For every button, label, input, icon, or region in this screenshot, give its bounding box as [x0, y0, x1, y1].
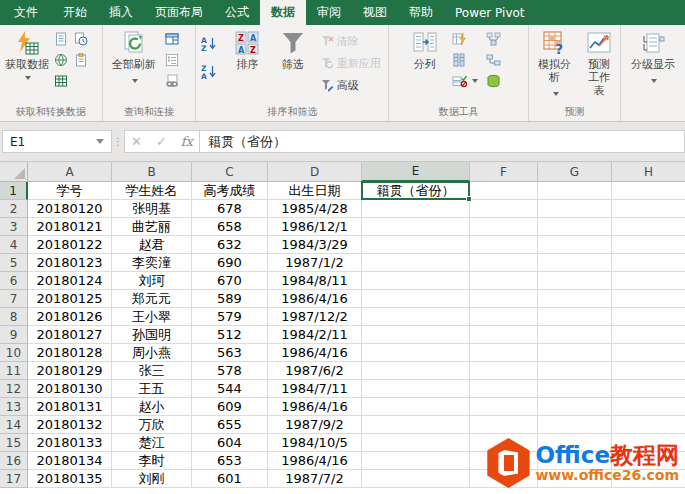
sort-button[interactable]: Z A A Z 排序 — [227, 28, 267, 96]
cell-empty-h[interactable] — [612, 272, 685, 290]
forecast-sheet-button[interactable]: 预测 工作表 — [580, 28, 618, 96]
cell-empty-h[interactable] — [612, 236, 685, 254]
cell-score[interactable]: 512 — [192, 326, 268, 344]
cell-dob[interactable]: 1986/4/16 — [268, 398, 362, 416]
cell-empty-g[interactable] — [538, 344, 612, 362]
cell-dob[interactable]: 1984/8/11 — [268, 272, 362, 290]
cell-empty-h[interactable] — [612, 200, 685, 218]
name-box-dropdown-icon[interactable] — [96, 139, 104, 144]
cell-score[interactable]: 601 — [192, 470, 268, 488]
consolidate-button[interactable] — [484, 30, 514, 48]
cell-empty-e[interactable] — [362, 380, 470, 398]
clear-filter-button[interactable]: 清除 — [318, 32, 387, 50]
cell-empty-e[interactable] — [362, 218, 470, 236]
cell-empty-e[interactable] — [362, 470, 470, 488]
row-header[interactable]: 17 — [0, 470, 28, 488]
cell-score[interactable]: 690 — [192, 254, 268, 272]
cell-student-id[interactable]: 20180121 — [28, 218, 112, 236]
cell-student-name[interactable]: 孙国明 — [112, 326, 192, 344]
from-web-button[interactable] — [52, 51, 72, 69]
tab-power-pivot[interactable]: Power Pivot — [444, 0, 536, 25]
cell-empty-h[interactable] — [612, 416, 685, 434]
cell-dob[interactable]: 1984/2/11 — [268, 326, 362, 344]
existing-connections-button[interactable] — [72, 51, 92, 69]
tab-insert[interactable]: 插入 — [98, 0, 144, 25]
cell-student-name[interactable]: 王小翠 — [112, 308, 192, 326]
cell-empty-g[interactable] — [538, 254, 612, 272]
cell-student-id[interactable]: 20180134 — [28, 452, 112, 470]
cell-student-name[interactable]: 王五 — [112, 380, 192, 398]
cell-score[interactable]: 670 — [192, 272, 268, 290]
column-header-c[interactable]: C — [192, 162, 268, 182]
cell-dob[interactable]: 1984/3/29 — [268, 236, 362, 254]
cell-empty-e[interactable] — [362, 344, 470, 362]
cell-student-id[interactable]: 20180129 — [28, 362, 112, 380]
column-header-h[interactable]: H — [612, 162, 685, 182]
insert-function-icon[interactable]: fx — [181, 134, 193, 149]
tab-view[interactable]: 视图 — [352, 0, 398, 25]
row-header[interactable]: 12 — [0, 380, 28, 398]
row-header[interactable]: 4 — [0, 236, 28, 254]
cell-student-id[interactable]: 20180135 — [28, 470, 112, 488]
column-header-d[interactable]: D — [268, 162, 362, 182]
cell-student-name[interactable]: 刘珂 — [112, 272, 192, 290]
cell-empty-f[interactable] — [470, 254, 538, 272]
what-if-analysis-button[interactable]: ? 模拟分析 — [531, 28, 578, 96]
cell-empty-h[interactable] — [612, 398, 685, 416]
row-header[interactable]: 11 — [0, 362, 28, 380]
cell-student-id[interactable]: 20180124 — [28, 272, 112, 290]
remove-duplicates-button[interactable] — [450, 51, 480, 69]
cell-empty-g[interactable] — [538, 380, 612, 398]
cell-student-id[interactable]: 20180131 — [28, 398, 112, 416]
sort-descending-button[interactable]: Z A — [198, 62, 223, 80]
cell-dob[interactable]: 1984/7/11 — [268, 380, 362, 398]
cell-student-id[interactable]: 20180122 — [28, 236, 112, 254]
get-data-button[interactable]: 获取数据 — [2, 28, 52, 96]
cell-empty-h[interactable] — [612, 452, 685, 470]
cell-student-name[interactable]: 万欣 — [112, 416, 192, 434]
cell-student-name[interactable]: 郑元元 — [112, 290, 192, 308]
cell-dob[interactable]: 1986/12/1 — [268, 218, 362, 236]
column-header-a[interactable]: A — [28, 162, 112, 182]
cell-student-id[interactable]: 20180123 — [28, 254, 112, 272]
row-header[interactable]: 9 — [0, 326, 28, 344]
cell-student-name[interactable]: 李时 — [112, 452, 192, 470]
row-header[interactable]: 13 — [0, 398, 28, 416]
cell-empty-e[interactable] — [362, 416, 470, 434]
cell-student-id[interactable]: 20180128 — [28, 344, 112, 362]
cell-empty-f[interactable] — [470, 272, 538, 290]
cell-dob[interactable]: 1987/6/2 — [268, 362, 362, 380]
cell-d1[interactable]: 出生日期 — [268, 182, 362, 200]
cell-empty-e[interactable] — [362, 452, 470, 470]
cell-score[interactable]: 579 — [192, 308, 268, 326]
row-header[interactable]: 2 — [0, 200, 28, 218]
cell-empty-e[interactable] — [362, 398, 470, 416]
relationships-button[interactable] — [484, 51, 514, 69]
cell-empty-e[interactable] — [362, 326, 470, 344]
cell-empty-g[interactable] — [538, 416, 612, 434]
row-header[interactable]: 14 — [0, 416, 28, 434]
cell-dob[interactable]: 1986/4/16 — [268, 452, 362, 470]
select-all-corner[interactable] — [0, 162, 28, 182]
cell-empty-f[interactable] — [470, 200, 538, 218]
cell-empty-f[interactable] — [470, 362, 538, 380]
cell-dob[interactable]: 1986/4/16 — [268, 290, 362, 308]
cancel-icon[interactable]: ✕ — [131, 134, 142, 149]
cell-empty-f[interactable] — [470, 452, 538, 470]
column-header-b[interactable]: B — [112, 162, 192, 182]
cell-score[interactable]: 589 — [192, 290, 268, 308]
from-table-range-button[interactable] — [52, 72, 72, 90]
row-header[interactable]: 8 — [0, 308, 28, 326]
recent-sources-button[interactable] — [72, 30, 92, 48]
cell-empty-g[interactable] — [538, 308, 612, 326]
cell-empty-g[interactable] — [538, 272, 612, 290]
row-header[interactable]: 15 — [0, 434, 28, 452]
column-header-g[interactable]: G — [538, 162, 612, 182]
cell-g1[interactable] — [538, 182, 612, 200]
filter-button[interactable]: 筛选 — [272, 28, 314, 96]
row-header[interactable]: 5 — [0, 254, 28, 272]
row-header[interactable]: 16 — [0, 452, 28, 470]
cell-student-name[interactable]: 赵小 — [112, 398, 192, 416]
cell-student-id[interactable]: 20180120 — [28, 200, 112, 218]
cell-score[interactable]: 653 — [192, 452, 268, 470]
